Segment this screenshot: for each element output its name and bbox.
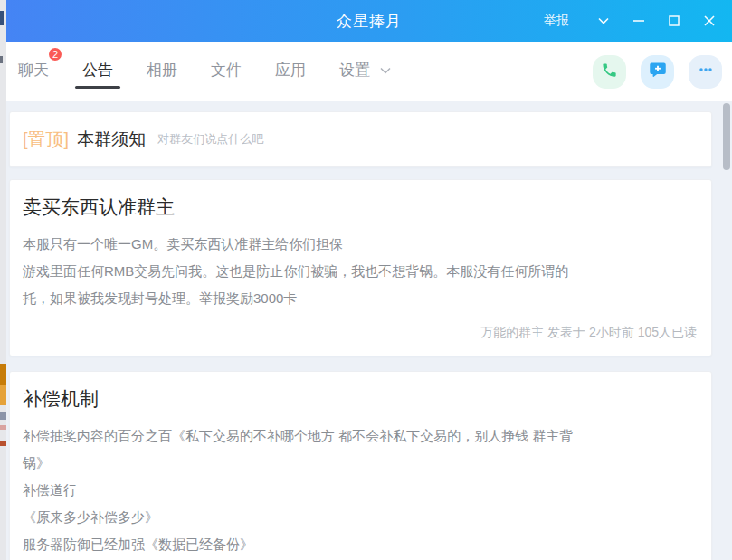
scrollbar-thumb[interactable] <box>723 103 730 170</box>
background-fragment <box>0 11 4 25</box>
maximize-button[interactable] <box>661 7 688 34</box>
announcement-meta: 万能的群主 发表于 2小时前 105人已读 <box>23 323 697 341</box>
announcement-body: 本服只有一个唯一GM。卖买东西认准群主给你们担保 游戏里面任何RMB交易先问我。… <box>23 231 697 312</box>
report-button[interactable]: 举报 <box>544 13 569 29</box>
background-fragment <box>0 56 3 63</box>
tab-settings[interactable]: 设置 <box>339 47 391 97</box>
phone-icon <box>601 62 618 82</box>
tab-apps[interactable]: 应用 <box>275 47 306 97</box>
settings-chevron-down-icon <box>380 61 391 79</box>
new-announcement-button[interactable] <box>641 55 674 89</box>
tab-bar: 聊天 2 公告 相册 文件 应用 设置 <box>6 42 732 101</box>
pinned-notice-card[interactable]: [置顶] 本群须知 对群友们说点什么吧 <box>9 111 712 167</box>
tab-chat-label: 聊天 <box>18 62 49 79</box>
tab-action-buttons <box>578 42 722 101</box>
tab-files-label: 文件 <box>211 62 242 79</box>
active-tab-underline <box>75 86 120 89</box>
group-announcement-window: 众星捧月 举报 聊天 2 公告 相册 <box>6 0 732 560</box>
voice-call-button[interactable] <box>593 55 626 89</box>
more-button[interactable] <box>689 55 722 89</box>
pinned-title: 本群须知 <box>77 128 146 151</box>
minimize-button[interactable] <box>625 7 652 34</box>
tab-albums-label: 相册 <box>147 62 177 79</box>
background-fragment <box>0 441 6 446</box>
announcement-card[interactable]: 卖买东西认准群主 本服只有一个唯一GM。卖买东西认准群主给你们担保 游戏里面任何… <box>9 179 712 356</box>
titlebar-controls: 举报 <box>544 0 723 42</box>
more-icon <box>697 61 715 82</box>
titlebar: 众星捧月 举报 <box>6 0 732 42</box>
tab-files[interactable]: 文件 <box>211 47 242 97</box>
tab-apps-label: 应用 <box>275 62 306 79</box>
window-title: 众星捧月 <box>337 11 402 32</box>
background-fragment <box>0 385 6 405</box>
compose-placeholder: 对群友们说点什么吧 <box>157 131 263 147</box>
announcement-title: 补偿机制 <box>23 385 697 413</box>
background-window-sliver <box>0 0 6 560</box>
new-message-icon <box>649 61 667 82</box>
announcement-list: [置顶] 本群须知 对群友们说点什么吧 卖买东西认准群主 本服只有一个唯一GM。… <box>6 101 732 560</box>
background-fragment <box>0 364 6 385</box>
tab-settings-label: 设置 <box>339 62 370 79</box>
background-fragment <box>0 425 6 430</box>
unread-badge: 2 <box>47 46 63 62</box>
close-button[interactable] <box>696 7 723 34</box>
tab-announcements-label: 公告 <box>82 62 113 79</box>
tab-chat[interactable]: 聊天 2 <box>18 47 49 97</box>
announcement-body: 补偿抽奖内容的百分之百《私下交易的不补哪个地方 都不会补私下交易的，别人挣钱 群… <box>23 422 697 560</box>
tab-announcements[interactable]: 公告 <box>82 47 113 97</box>
tab-albums[interactable]: 相册 <box>147 47 177 97</box>
announcement-title: 卖买东西认准群主 <box>23 194 697 221</box>
background-fragment <box>0 412 6 420</box>
announcement-card[interactable]: 补偿机制 补偿抽奖内容的百分之百《私下交易的不补哪个地方 都不会补私下交易的，别… <box>9 371 712 560</box>
pinned-tag: [置顶] <box>23 128 69 152</box>
chevron-down-icon[interactable] <box>590 7 617 34</box>
